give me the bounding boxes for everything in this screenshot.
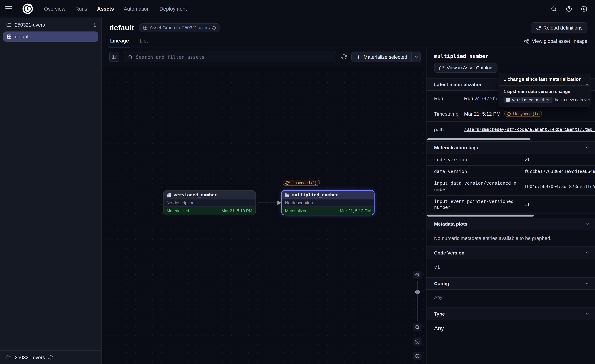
refresh-graph-icon[interactable] — [341, 54, 347, 60]
unsynced-badge-label: Unsynced (1) — [513, 112, 538, 116]
search-button[interactable] — [548, 3, 559, 14]
changes-popover: 1 change since last materialization 1 up… — [499, 73, 590, 107]
tag-row: code_version v1 — [426, 154, 595, 166]
tab-lineage[interactable]: Lineage — [109, 35, 130, 48]
zoom-slider[interactable] — [417, 281, 418, 321]
toggle-sidebar-button[interactable] — [109, 52, 119, 62]
dagster-app: Overview Runs Assets Automation Deployme… — [0, 0, 595, 364]
folder-icon — [6, 355, 12, 360]
search-icon — [128, 54, 133, 59]
view-global-asset-lineage-link[interactable]: View global asset lineage — [524, 38, 588, 47]
zoom-controls — [413, 271, 421, 360]
recenter-icon — [415, 353, 420, 359]
zoom-out-icon — [415, 325, 420, 330]
zoom-in-button[interactable] — [413, 271, 421, 279]
nav-item-assets[interactable]: Assets — [97, 6, 114, 12]
popover-change-row: versioned_number has a new data version — [499, 96, 590, 107]
global-lineage-label: View global asset lineage — [532, 38, 588, 44]
node-unsynced-badge[interactable]: Unsynced (1) — [283, 180, 320, 186]
kv-row-timestamp: Timestamp Mar 21, 5:12 PM Unsynced (1) — [426, 106, 595, 122]
badge-group-link[interactable]: 250321-dvers — [182, 25, 210, 30]
chevron-down-icon — [585, 281, 590, 286]
zoom-in-icon — [415, 272, 420, 278]
reload-location-icon[interactable] — [48, 355, 53, 360]
help-button[interactable] — [563, 3, 574, 14]
sidebar-group-count: 1 — [93, 22, 96, 28]
kv-row-path: path /Users/smackesey/stm/code/elementl/… — [426, 122, 595, 137]
nav-item-overview[interactable]: Overview — [44, 6, 65, 12]
view-in-asset-catalog-button[interactable]: View in Asset Catalog — [434, 63, 497, 73]
tag-key: code_version — [426, 154, 521, 165]
materialize-icon — [356, 54, 361, 59]
folder-icon — [6, 22, 12, 28]
nav-item-runs[interactable]: Runs — [75, 6, 87, 12]
asset-chip-versioned-number[interactable]: versioned_number — [503, 97, 553, 103]
section-heading: Config — [434, 281, 449, 286]
section-type[interactable]: Type — [426, 308, 595, 320]
asset-group-icon — [7, 34, 12, 39]
asset-group-badge[interactable]: Asset Group in 250321-dvers — [139, 23, 220, 32]
kv-key: path — [434, 126, 464, 132]
zoom-out-button[interactable] — [413, 323, 421, 331]
horizontal-scrollbar[interactable] — [427, 215, 534, 217]
zoom-slider-handle[interactable] — [415, 290, 420, 294]
recenter-button[interactable] — [413, 352, 421, 360]
asset-node-description: No description — [282, 199, 374, 207]
run-id-link[interactable]: a5347ef7 — [475, 95, 498, 101]
section-heading: Type — [434, 311, 445, 316]
materialize-label: Materialize selected — [364, 54, 407, 60]
page-header: default Asset Group in 250321-dvers Relo… — [102, 17, 595, 35]
asset-groups-sidebar: 250321-dvers 1 default 250321-dvers — [0, 17, 102, 364]
tag-value: fb04dcb6970e4c3d1873de51fd5a5 — [521, 178, 595, 195]
section-heading: Latest materialization — [434, 82, 483, 87]
tag-row: data_version f6ccba1776380941e9cd1ea6648… — [426, 166, 595, 178]
search-input[interactable] — [136, 54, 332, 60]
asset-node-versioned-number[interactable]: versioned_number No description Material… — [163, 190, 256, 215]
tag-value: f6ccba1776380941e9cd1ea66481d — [521, 166, 595, 177]
asset-table-icon — [285, 193, 290, 197]
sidebar-item-default[interactable]: default — [3, 31, 98, 42]
lineage-canvas[interactable]: Unsynced (1) versioned_number No descrip… — [102, 66, 426, 364]
graph-settings-button[interactable] — [413, 337, 421, 346]
sidebar-item-label: default — [15, 34, 30, 39]
nav-item-deployment[interactable]: Deployment — [159, 6, 187, 12]
type-value: Any — [426, 320, 595, 339]
asset-chip-label: versioned_number — [512, 98, 550, 102]
section-config[interactable]: Config — [426, 277, 595, 290]
menu-icon[interactable] — [5, 3, 16, 14]
run-prefix: Run — [464, 95, 473, 101]
chevron-down-icon — [414, 55, 418, 59]
dagster-logo-icon[interactable] — [22, 3, 34, 14]
nav-item-automation[interactable]: Automation — [124, 6, 150, 12]
path-link[interactable]: /Users/smackesey/stm/code/elementl/exper… — [464, 127, 595, 132]
materialize-dropdown-button[interactable] — [411, 52, 420, 62]
section-metadata-plots[interactable]: Metadata plots — [426, 218, 595, 230]
reload-definitions-button[interactable]: Reload definitions — [531, 22, 588, 33]
sidebar-group-name: 250321-dvers — [15, 22, 45, 28]
sidebar-group-row[interactable]: 250321-dvers 1 — [0, 17, 101, 31]
section-materialization-tags[interactable]: Materialization tags — [426, 141, 595, 154]
horizontal-scrollbar[interactable] — [427, 138, 531, 140]
asset-node-name: multiplied_number — [292, 192, 339, 198]
popover-title: 1 change since last materialization — [499, 73, 590, 86]
tab-list[interactable]: List — [139, 35, 149, 48]
reload-icon — [536, 25, 541, 30]
reload-definitions-label: Reload definitions — [543, 25, 582, 30]
asset-search-box[interactable] — [124, 52, 336, 62]
chevron-down-icon — [585, 311, 590, 316]
settings-button[interactable] — [578, 3, 590, 14]
page-title: default — [109, 23, 134, 32]
panel-unsynced-badge[interactable]: Unsynced (1) — [504, 111, 542, 117]
asset-node-multiplied-number[interactable]: multiplied_number No description Materia… — [282, 190, 374, 215]
materialize-split-button: Materialize selected — [351, 52, 421, 62]
main-content: default Asset Group in 250321-dvers Relo… — [102, 17, 595, 364]
section-code-version[interactable]: Code Version — [426, 246, 595, 259]
tag-value: v1 — [521, 154, 595, 165]
asset-table-icon — [167, 193, 171, 197]
popover-change-text: has a new data version — [555, 98, 590, 102]
code-version-value: v1 — [426, 259, 595, 277]
asset-node-timestamp: Mar 21, 5:19 PM — [221, 208, 252, 213]
materialize-selected-button[interactable]: Materialize selected — [352, 52, 411, 62]
sync-icon — [212, 26, 217, 30]
asset-node-name: versioned_number — [173, 192, 217, 198]
